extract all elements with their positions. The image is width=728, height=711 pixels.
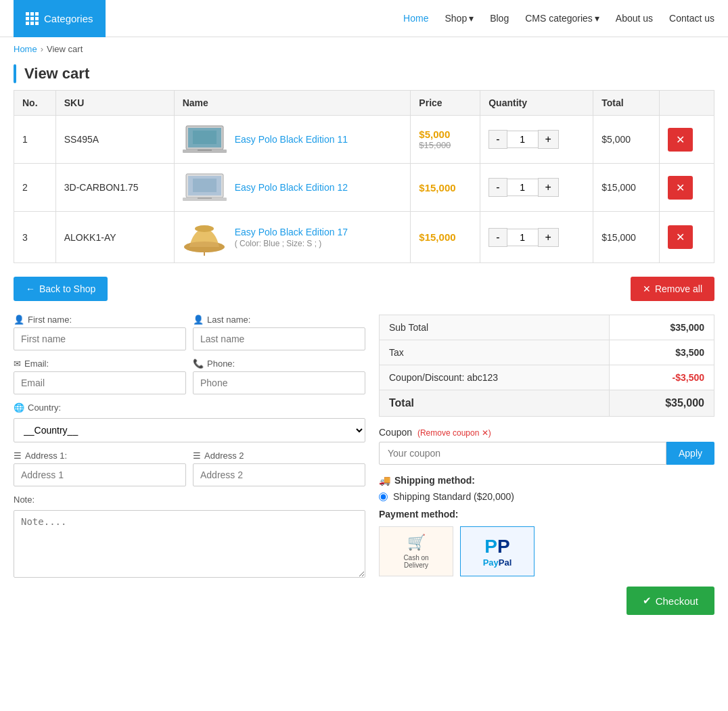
product-image — [183, 170, 227, 204]
address2-input[interactable] — [193, 463, 365, 486]
table-row: 1 SS495A Easy Polo — [14, 116, 714, 164]
row2-product-link[interactable]: Easy Polo Black Edition 12 — [235, 182, 348, 193]
payment-section: Payment method: 🛒 Cash onDelivery PP Pay… — [379, 509, 714, 576]
row2-no: 2 — [14, 164, 56, 212]
row2-price-main: $15,000 — [419, 182, 472, 193]
payment-paypal[interactable]: PP PayPal — [460, 526, 534, 576]
country-label: 🌐 Country: — [14, 403, 365, 413]
col-qty: Quantity — [480, 91, 593, 116]
total-value: $35,000 — [609, 390, 714, 417]
address1-input[interactable] — [14, 463, 186, 486]
nav-contact[interactable]: Contact us — [669, 13, 714, 24]
coupon-row: Apply — [379, 442, 714, 465]
shipping-section: 🚚 Shipping method: Shipping Standard ($2… — [379, 475, 714, 502]
coupon-label: Coupon/Discount: abc123 — [380, 365, 610, 390]
row3-product-link[interactable]: Easy Polo Black Edition 17 — [235, 227, 348, 237]
first-name-input[interactable] — [14, 327, 186, 350]
back-to-shop-button[interactable]: ← Back to Shop — [14, 277, 108, 301]
first-name-label: 👤 First name: — [14, 315, 186, 325]
apply-coupon-button[interactable]: Apply — [666, 442, 714, 465]
nav-blog[interactable]: Blog — [490, 13, 509, 24]
col-name: Name — [174, 91, 411, 116]
row2-price: $15,000 — [411, 164, 480, 212]
row1-price-main: $5,000 — [419, 129, 472, 140]
breadcrumb: Home › View cart — [0, 37, 728, 61]
nav-cms[interactable]: CMS categories ▾ — [525, 13, 599, 24]
qty-increase-3[interactable]: + — [538, 228, 559, 247]
qty-increase-2[interactable]: + — [538, 178, 559, 197]
categories-label: Categories — [44, 13, 93, 24]
total-row: Total $35,000 — [380, 390, 714, 417]
email-input[interactable] — [14, 371, 186, 394]
qty-decrease-3[interactable]: - — [488, 228, 507, 247]
qty-increase-1[interactable]: + — [538, 130, 559, 149]
checkout-button[interactable]: ✔ Checkout — [627, 587, 714, 615]
chevron-down-icon: ▾ — [595, 13, 599, 24]
remove-item-2[interactable]: ✕ — [668, 176, 693, 200]
col-price: Price — [411, 91, 480, 116]
email-icon: ✉ — [14, 359, 21, 369]
payment-options: 🛒 Cash onDelivery PP PayPal — [379, 526, 714, 576]
payment-title: Payment method: — [379, 509, 714, 520]
row2-sku: 3D-CARBON1.75 — [55, 164, 174, 212]
nav-shop[interactable]: Shop ▾ — [445, 13, 474, 24]
breadcrumb-home[interactable]: Home — [14, 44, 37, 54]
qty-decrease-1[interactable]: - — [488, 130, 507, 149]
row2-qty: - + — [480, 164, 593, 212]
remove-item-1[interactable]: ✕ — [668, 128, 693, 152]
bottom-section: 👤 First name: 👤 Last name: ✉ — [14, 315, 714, 615]
qty-input-2[interactable] — [507, 179, 538, 196]
row3-no: 3 — [14, 212, 56, 263]
svg-rect-2 — [193, 131, 217, 144]
coupon-row: Coupon/Discount: abc123 -$3,500 — [380, 365, 714, 390]
remove-item-3[interactable]: ✕ — [668, 225, 693, 249]
row3-qty: - + — [480, 212, 593, 263]
person-icon: 👤 — [193, 315, 204, 325]
address1-group: ☰ Address 1: — [14, 451, 186, 486]
row3-sku: ALOKK1-AY — [55, 212, 174, 263]
nav-about[interactable]: About us — [616, 13, 653, 24]
payment-cod[interactable]: 🛒 Cash onDelivery — [379, 526, 453, 576]
nav-home[interactable]: Home — [403, 13, 428, 24]
row3-price-main: $15,000 — [419, 231, 472, 243]
qty-input-3[interactable] — [507, 229, 538, 246]
truck-icon: 🚚 — [379, 475, 390, 486]
breadcrumb-current: View cart — [47, 44, 83, 54]
action-row: ← Back to Shop ✕ Remove all — [14, 277, 714, 301]
last-name-group: 👤 Last name: — [193, 315, 365, 350]
tax-label: Tax — [380, 340, 610, 365]
row1-product-link[interactable]: Easy Polo Black Edition 11 — [235, 134, 348, 145]
remove-all-button[interactable]: ✕ Remove all — [631, 277, 714, 301]
shipping-title: 🚚 Shipping method: — [379, 475, 714, 486]
categories-button[interactable]: Categories — [14, 0, 106, 37]
col-no: No. — [14, 91, 56, 116]
address2-group: ☰ Address 2 — [193, 451, 365, 486]
title-bar-accent — [14, 64, 16, 83]
phone-input[interactable] — [193, 371, 365, 394]
arrow-left-icon: ← — [26, 283, 35, 294]
note-textarea[interactable] — [14, 510, 365, 578]
email-label: ✉ Email: — [14, 359, 186, 369]
phone-group: 📞 Phone: — [193, 359, 365, 394]
checkmark-icon: ✔ — [643, 595, 652, 607]
first-name-group: 👤 First name: — [14, 315, 186, 350]
phone-label: 📞 Phone: — [193, 359, 365, 369]
qty-decrease-2[interactable]: - — [488, 178, 507, 197]
row1-name-cell: Easy Polo Black Edition 11 — [174, 116, 411, 164]
svg-rect-7 — [193, 179, 217, 192]
row2-name-cell: Easy Polo Black Edition 12 — [174, 164, 411, 212]
address1-label: ☰ Address 1: — [14, 451, 186, 461]
tax-value: $3,500 — [609, 340, 714, 365]
row1-sku: SS495A — [55, 116, 174, 164]
subtotal-row: Sub Total $35,000 — [380, 315, 714, 340]
row3-name-cell: Easy Polo Black Edition 17 ( Color: Blue… — [174, 212, 411, 263]
qty-input-1[interactable] — [507, 131, 538, 148]
cart-table: No. SKU Name Price Quantity Total 1 SS49… — [14, 90, 714, 263]
country-select[interactable]: __Country__ — [14, 418, 365, 442]
coupon-input[interactable] — [379, 442, 666, 465]
svg-point-12 — [195, 225, 214, 232]
shipping-radio[interactable] — [379, 492, 388, 501]
header: Categories Home Shop ▾ Blog CMS categori… — [0, 0, 728, 37]
remove-coupon-link[interactable]: (Remove coupon ✕) — [417, 428, 491, 438]
last-name-input[interactable] — [193, 327, 365, 350]
